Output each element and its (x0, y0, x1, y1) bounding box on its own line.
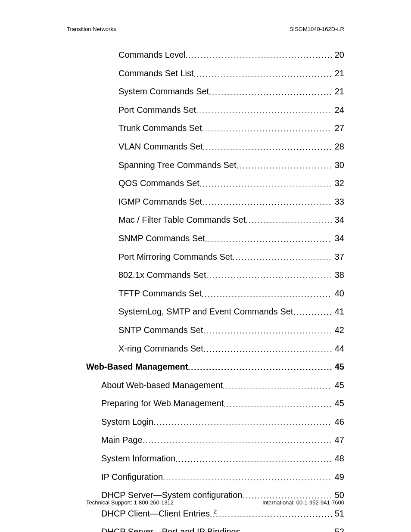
toc-entry: Port Mirroring Commands Set 37 (118, 252, 344, 262)
toc-title: QOS Commands Set (118, 178, 199, 188)
toc-title: Commands Set List (118, 68, 194, 78)
toc-page-number: 24 (332, 105, 344, 115)
toc-entry: System Commands Set 21 (118, 86, 344, 97)
toc-entry: VLAN Commands Set 28 (118, 141, 344, 152)
page-footer: Technical Support: 1-800-260-1312 Intern… (86, 499, 344, 515)
toc-entry: IGMP Commands Set 33 (118, 196, 344, 207)
toc-title: SNMP Commands Set (118, 233, 205, 243)
toc-page-number: 27 (332, 123, 344, 133)
toc-title: Trunk Commands Set (118, 123, 202, 133)
toc-leader-dots (203, 327, 332, 336)
toc-leader-dots (223, 382, 332, 391)
toc-page-number: 32 (332, 178, 344, 188)
toc-leader-dots (240, 528, 332, 532)
header-left: Transition Networks (67, 26, 116, 32)
toc-page-number: 28 (332, 141, 344, 152)
toc-page-number: 48 (332, 453, 344, 464)
toc-page-number: 20 (332, 50, 344, 60)
toc-page-number: 42 (332, 325, 344, 335)
toc-entry: QOS Commands Set 32 (118, 178, 344, 189)
toc-title: Mac / Filter Table Commands Set (118, 215, 246, 225)
toc-page-number: 50 (332, 490, 344, 500)
toc-title: Web-Based Management (86, 361, 188, 372)
toc-page-number: 34 (332, 215, 344, 225)
toc-leader-dots (163, 473, 332, 483)
footer-left: Technical Support: 1-800-260-1312 (86, 499, 174, 506)
toc-page-number: 45 (332, 361, 344, 372)
toc-leader-dots (186, 51, 332, 61)
toc-entry: IP Configuration 49 (101, 472, 344, 482)
toc-page-number: 45 (332, 398, 344, 408)
toc-page-number: 41 (332, 306, 344, 317)
toc-entry: X-ring Commands Set 44 (118, 343, 344, 354)
toc-entry: System Information 48 (101, 453, 344, 464)
toc-page-number: 52 (332, 526, 344, 532)
toc-leader-dots (293, 308, 332, 317)
toc-title: Port Commands Set (118, 105, 196, 115)
toc-entry: About Web-based Management 45 (101, 380, 344, 391)
page-number: 2 (86, 508, 344, 515)
toc-title: Port Mirroring Commands Set (118, 252, 233, 262)
toc-page-number: 46 (332, 417, 344, 427)
toc-title: Commands Level (118, 50, 186, 60)
toc-leader-dots (237, 162, 333, 171)
toc-leader-dots (246, 216, 332, 226)
toc-leader-dots (175, 455, 332, 464)
toc-entry: Spanning Tree Commands Set 30 (118, 160, 344, 171)
toc-entry: DHCP Server—Port and IP Bindings 52 (101, 526, 344, 532)
toc-page-number: 47 (332, 435, 344, 445)
toc-leader-dots (202, 290, 332, 299)
toc-entry: Port Commands Set 24 (118, 105, 344, 115)
toc-entry: TFTP Commands Set 40 (118, 288, 344, 299)
toc-title: DHCP Server—System configuration (101, 490, 243, 500)
toc-leader-dots (202, 198, 332, 208)
toc-title: System Login (101, 417, 153, 427)
toc-entry: Commands Level 20 (118, 50, 344, 60)
toc-entry: Commands Set List 21 (118, 68, 344, 79)
toc-leader-dots (203, 345, 332, 355)
toc-leader-dots (224, 400, 332, 409)
toc-title: SystemLog, SMTP and Event Commands Set (118, 306, 293, 317)
toc-leader-dots (196, 106, 332, 116)
toc-title: X-ring Commands Set (118, 343, 203, 354)
toc-title: 802.1x Commands Set (118, 270, 206, 280)
toc-leader-dots (209, 88, 332, 97)
toc-entry: 802.1x Commands Set 38 (118, 270, 344, 280)
toc-page-number: 49 (332, 472, 344, 482)
toc-page-number: 21 (332, 86, 344, 96)
toc-leader-dots (202, 124, 332, 134)
toc-page-number: 38 (332, 270, 344, 280)
toc-entry: System Login 46 (101, 417, 344, 427)
toc-leader-dots (194, 70, 332, 79)
table-of-contents: Commands Level 20Commands Set List 21Sys… (67, 50, 344, 532)
toc-title: VLAN Commands Set (118, 141, 203, 152)
toc-leader-dots (188, 363, 332, 373)
toc-leader-dots (206, 271, 332, 281)
toc-leader-dots (153, 418, 332, 428)
toc-page-number: 45 (332, 380, 344, 390)
toc-title: Preparing for Web Management (101, 398, 224, 408)
toc-title: IGMP Commands Set (118, 196, 202, 207)
toc-title: System Information (101, 453, 175, 464)
toc-page-number: 30 (332, 160, 344, 170)
toc-leader-dots (143, 436, 332, 446)
toc-title: About Web-based Management (101, 380, 223, 390)
toc-title: IP Configuration (101, 472, 163, 482)
toc-page-number: 40 (332, 288, 344, 299)
toc-page-number: 21 (332, 68, 344, 78)
toc-title: TFTP Commands Set (118, 288, 202, 299)
toc-title: System Commands Set (118, 86, 209, 96)
toc-entry: Preparing for Web Management 45 (101, 398, 344, 409)
page-header: Transition Networks SISGM1040-162D-LR (67, 26, 344, 32)
toc-leader-dots (203, 143, 332, 152)
toc-leader-dots (205, 235, 332, 244)
toc-entry: Web-Based Management 45 (86, 361, 344, 372)
toc-title: DHCP Server—Port and IP Bindings (101, 526, 240, 532)
toc-page-number: 37 (332, 252, 344, 262)
toc-leader-dots (199, 180, 332, 189)
toc-title: SNTP Commands Set (118, 325, 203, 335)
toc-entry: SNTP Commands Set 42 (118, 325, 344, 336)
header-right: SISGM1040-162D-LR (290, 26, 344, 32)
toc-entry: Mac / Filter Table Commands Set 34 (118, 215, 344, 225)
toc-entry: SystemLog, SMTP and Event Commands Set 4… (118, 306, 344, 317)
